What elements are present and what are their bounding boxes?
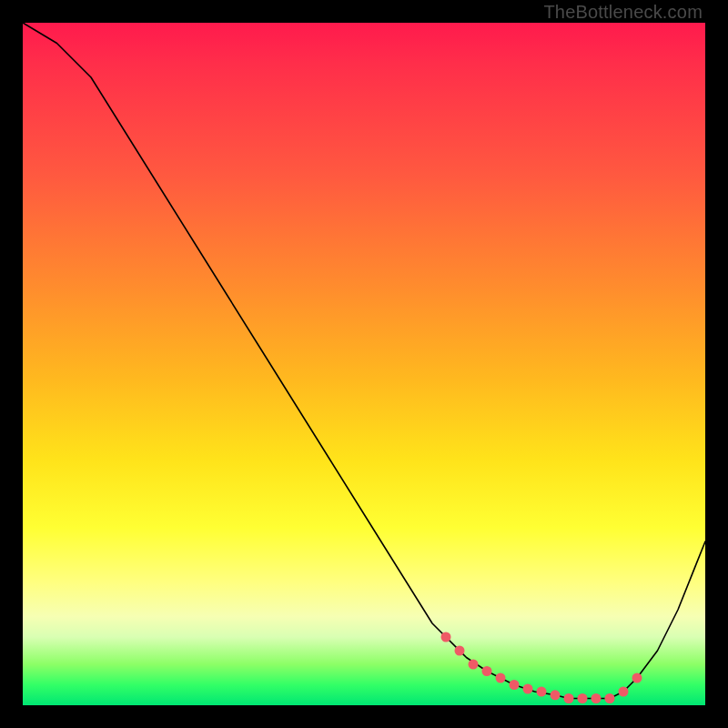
chart-frame	[23, 23, 705, 705]
highlight-marker	[592, 693, 602, 703]
highlight-marker	[455, 646, 465, 656]
highlight-marker	[523, 684, 533, 694]
highlight-marker	[510, 680, 520, 690]
highlight-marker	[551, 690, 561, 700]
highlight-marker	[537, 687, 547, 697]
highlight-markers	[441, 632, 642, 704]
highlight-marker	[619, 687, 629, 697]
highlight-marker	[564, 693, 574, 703]
watermark-text: TheBottleneck.com	[543, 2, 703, 23]
highlight-marker	[632, 673, 642, 683]
highlight-marker	[469, 660, 479, 670]
highlight-marker	[482, 666, 492, 676]
bottleneck-curve	[23, 23, 705, 699]
highlight-marker	[441, 632, 451, 642]
highlight-marker	[578, 693, 588, 703]
highlight-marker	[605, 693, 615, 703]
highlight-marker	[496, 673, 506, 683]
chart-svg	[23, 23, 705, 705]
